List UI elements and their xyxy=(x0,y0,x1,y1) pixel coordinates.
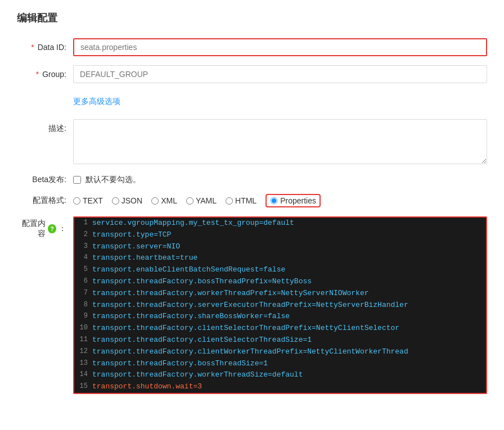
format-yaml-option[interactable]: YAML xyxy=(186,196,217,205)
code-line-13: 13transport.threadFactory.bossThreadSize… xyxy=(74,358,486,370)
beta-row: Beta发布: 默认不要勾选。 xyxy=(17,175,487,185)
content-label: 配置内容 ?： xyxy=(17,216,73,239)
line-number-1: 1 xyxy=(76,218,92,229)
line-number-2: 2 xyxy=(76,229,92,241)
line-number-10: 10 xyxy=(76,323,92,334)
content-row: 配置内容 ?： 1service.vgroupMapping.my_test_t… xyxy=(17,216,487,394)
data-id-input[interactable] xyxy=(73,38,487,56)
format-xml-radio[interactable] xyxy=(151,197,159,205)
format-row: 配置格式: TEXT JSON XML YAML HTML Properties xyxy=(17,194,487,207)
line-number-8: 8 xyxy=(76,300,92,311)
format-options: TEXT JSON XML YAML HTML Properties xyxy=(73,194,321,207)
line-content-4: transport.heartbeat=true xyxy=(92,252,197,264)
page-title: 编辑配置 xyxy=(17,11,487,25)
line-content-14: transport.threadFactory.workerThreadSize… xyxy=(92,369,303,381)
line-number-11: 11 xyxy=(76,334,92,346)
format-properties-selected[interactable]: Properties xyxy=(266,194,321,207)
format-text-option[interactable]: TEXT xyxy=(73,196,103,205)
group-field-wrapper xyxy=(73,65,487,83)
format-yaml-label: YAML xyxy=(196,196,217,205)
format-text-radio[interactable] xyxy=(73,197,80,205)
beta-checkbox[interactable] xyxy=(73,176,81,184)
format-label: 配置格式: xyxy=(17,196,73,206)
code-line-9: 9transport.threadFactory.shareBossWorker… xyxy=(74,311,486,323)
data-id-field-wrapper xyxy=(73,38,487,56)
group-input[interactable] xyxy=(73,65,487,83)
advanced-options-row: 更多高级选项 xyxy=(17,92,487,110)
line-number-13: 13 xyxy=(76,358,92,370)
beta-content: 默认不要勾选。 xyxy=(73,175,141,185)
format-json-option[interactable]: JSON xyxy=(112,196,142,205)
line-content-12: transport.threadFactory.clientWorkerThre… xyxy=(92,346,408,358)
line-number-6: 6 xyxy=(76,276,92,288)
line-content-1: service.vgroupMapping.my_test_tx_group=d… xyxy=(92,218,294,229)
line-number-12: 12 xyxy=(76,346,92,358)
group-label: * Group: xyxy=(17,65,73,83)
line-content-10: transport.threadFactory.clientSelectorTh… xyxy=(92,323,399,334)
line-content-3: transport.server=NIO xyxy=(92,241,180,253)
code-line-15: 15transport.shutdown.wait=3 xyxy=(74,381,486,393)
beta-label: Beta发布: xyxy=(17,175,73,185)
format-text-label: TEXT xyxy=(83,196,103,205)
data-id-label: * Data ID: xyxy=(17,38,73,56)
format-json-label: JSON xyxy=(122,196,142,205)
line-content-15: transport.shutdown.wait=3 xyxy=(92,381,202,393)
format-json-radio[interactable] xyxy=(112,197,119,205)
data-id-row: * Data ID: xyxy=(17,38,487,56)
line-number-15: 15 xyxy=(76,381,92,393)
line-number-14: 14 xyxy=(76,369,92,381)
line-content-5: transport.enableClientBatchSendRequest=f… xyxy=(92,264,285,276)
group-required-star: * xyxy=(36,70,39,79)
code-line-3: 3transport.server=NIO xyxy=(74,241,486,253)
line-number-7: 7 xyxy=(76,288,92,300)
beta-hint: 默认不要勾选。 xyxy=(86,175,141,185)
help-icon[interactable]: ? xyxy=(48,224,56,233)
radio-dot-icon xyxy=(270,197,278,205)
line-content-13: transport.threadFactory.bossThreadSize=1 xyxy=(92,358,268,370)
code-line-14: 14transport.threadFactory.workerThreadSi… xyxy=(74,369,486,381)
format-yaml-radio[interactable] xyxy=(186,197,194,205)
required-star: * xyxy=(31,43,34,52)
line-content-2: transport.type=TCP xyxy=(92,229,171,241)
line-number-5: 5 xyxy=(76,264,92,276)
group-row: * Group: xyxy=(17,65,487,83)
description-textarea[interactable] xyxy=(73,119,487,164)
code-line-1: 1service.vgroupMapping.my_test_tx_group=… xyxy=(74,218,486,229)
format-html-label: HTML xyxy=(235,196,256,205)
format-html-option[interactable]: HTML xyxy=(226,196,256,205)
line-number-4: 4 xyxy=(76,252,92,264)
format-xml-option[interactable]: XML xyxy=(151,196,177,205)
code-line-11: 11transport.threadFactory.clientSelector… xyxy=(74,334,486,346)
description-label: 描述: xyxy=(17,119,73,137)
code-line-2: 2transport.type=TCP xyxy=(74,229,486,241)
code-line-10: 10transport.threadFactory.clientSelector… xyxy=(74,323,486,334)
format-xml-label: XML xyxy=(161,196,177,205)
line-content-9: transport.threadFactory.shareBossWorker=… xyxy=(92,311,290,323)
line-content-11: transport.threadFactory.clientSelectorTh… xyxy=(92,334,312,346)
code-line-7: 7transport.threadFactory.workerThreadPre… xyxy=(74,288,486,300)
code-line-12: 12transport.threadFactory.clientWorkerTh… xyxy=(74,346,486,358)
description-row: 描述: xyxy=(17,119,487,166)
code-line-8: 8transport.threadFactory.serverExecutorT… xyxy=(74,300,486,311)
line-content-7: transport.threadFactory.workerThreadPref… xyxy=(92,288,368,300)
advanced-options-link[interactable]: 更多高级选项 xyxy=(73,97,120,106)
line-number-9: 9 xyxy=(76,311,92,323)
line-content-6: transport.threadFactory.bossThreadPrefix… xyxy=(92,276,312,288)
description-field-wrapper xyxy=(73,119,487,166)
code-line-6: 6transport.threadFactory.bossThreadPrefi… xyxy=(74,276,486,288)
format-html-radio[interactable] xyxy=(226,197,233,205)
format-properties-label: Properties xyxy=(280,196,316,205)
code-line-5: 5transport.enableClientBatchSendRequest=… xyxy=(74,264,486,276)
line-number-3: 3 xyxy=(76,241,92,253)
line-content-8: transport.threadFactory.serverExecutorTh… xyxy=(92,300,408,311)
code-editor[interactable]: 1service.vgroupMapping.my_test_tx_group=… xyxy=(73,216,487,394)
code-line-4: 4transport.heartbeat=true xyxy=(74,252,486,264)
